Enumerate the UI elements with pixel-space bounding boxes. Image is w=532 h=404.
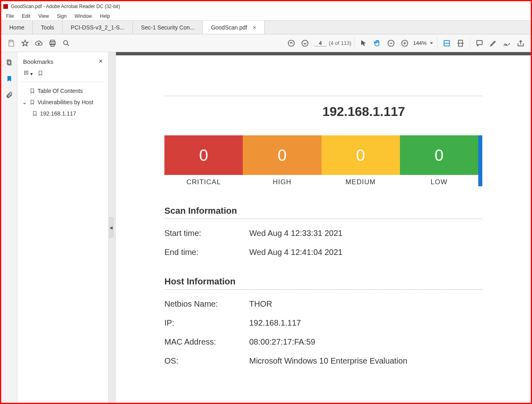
tab-tools[interactable]: Tools [33, 21, 63, 34]
end-time-value: Wed Aug 4 12:41:04 2021 [249, 248, 343, 257]
bookmark-toc-label: Table Of Contents [38, 88, 83, 94]
close-panel-icon[interactable]: × [99, 58, 103, 65]
severity-critical-label: CRITICAL [164, 178, 243, 186]
severity-chart: 0 0 0 0 [164, 135, 478, 175]
severity-low-label: LOW [400, 178, 478, 186]
menu-file[interactable]: File [2, 13, 18, 20]
save-icon[interactable] [4, 36, 18, 50]
svg-point-7 [302, 40, 308, 46]
severity-info-strip [478, 135, 482, 186]
bookmarks-icon[interactable] [4, 74, 14, 84]
bookmark-toc[interactable]: Table Of Contents [21, 85, 105, 97]
severity-labels: CRITICAL HIGH MEDIUM LOW [164, 178, 478, 186]
zoom-dropdown-icon[interactable] [428, 36, 435, 50]
os-value: Microsoft Windows 10 Enterprise Evaluati… [249, 356, 407, 366]
severity-medium-count: 0 [322, 135, 400, 175]
bookmark-host-ip[interactable]: 192.168.1.117 [21, 108, 105, 119]
content: Bookmarks × ▾ Table Of Contents ⌄ Vulner… [1, 52, 531, 403]
bookmark-vuln-label: Vulnerabilities by Host [38, 99, 93, 105]
menu-sign[interactable]: Sign [53, 13, 71, 20]
severity-critical-count: 0 [164, 135, 243, 175]
os-label: OS: [164, 356, 249, 366]
toolbar: (4 of 113) 144% [1, 34, 531, 52]
sign-icon[interactable] [500, 36, 514, 50]
tab-sec1[interactable]: Sec-1 Security Con... [133, 21, 203, 34]
cloud-upload-icon[interactable] [32, 36, 46, 50]
page-up-icon[interactable] [284, 36, 298, 50]
ip-value: 192.168.1.117 [249, 318, 301, 328]
severity-medium-label: MEDIUM [322, 178, 400, 186]
star-icon[interactable] [18, 36, 32, 50]
ip-label: IP: [164, 318, 249, 328]
close-tab-icon[interactable]: × [253, 24, 256, 31]
chevron-down-icon[interactable]: ⌄ [22, 99, 27, 105]
page-number-input[interactable] [314, 40, 326, 46]
zoom-level-label: 144% [413, 40, 427, 46]
svg-point-6 [288, 40, 294, 46]
menu-view[interactable]: View [34, 13, 53, 20]
attachments-icon[interactable] [4, 90, 14, 100]
window-title: GoodScan.pdf - Adobe Acrobat Reader DC (… [11, 4, 120, 9]
severity-high-count: 0 [243, 135, 321, 175]
tabbar: Home Tools PCI-DSS-v3_2_1-S... Sec-1 Sec… [1, 21, 531, 34]
svg-rect-1 [10, 40, 13, 42]
bookmark-item-icon [32, 110, 38, 117]
find-icon[interactable] [59, 36, 73, 50]
acrobat-icon [3, 4, 8, 9]
end-time-label: End time: [164, 248, 249, 257]
hand-pan-icon[interactable] [370, 36, 384, 50]
zoom-in-icon[interactable] [398, 36, 412, 50]
tab-pci[interactable]: PCI-DSS-v3_2_1-S... [63, 21, 133, 34]
severity-high-label: HIGH [243, 178, 321, 186]
page-down-icon[interactable] [298, 36, 312, 50]
netbios-value: THOR [249, 299, 272, 309]
new-bookmark-icon[interactable] [38, 70, 43, 78]
tab-goodscan[interactable]: GoodScan.pdf × [203, 21, 265, 34]
host-ip-title: 192.168.1.117 [245, 104, 482, 119]
mac-value: 08:00:27:17:FA:59 [249, 337, 315, 347]
print-icon[interactable] [46, 36, 59, 50]
menu-edit[interactable]: Edit [18, 13, 34, 20]
bookmarks-panel: Bookmarks × ▾ Table Of Contents ⌄ Vulner… [17, 52, 109, 403]
severity-low-count: 0 [400, 135, 478, 175]
menubar: File Edit View Sign Window Help [1, 12, 531, 21]
bookmark-vuln-by-host[interactable]: ⌄ Vulnerabilities by Host [21, 97, 105, 108]
thumbnails-icon[interactable] [4, 58, 14, 67]
scan-info-title: Scan Information [164, 206, 482, 219]
menu-window[interactable]: Window [71, 13, 96, 20]
share-icon[interactable] [514, 36, 528, 50]
pdf-page: 192.168.1.117 0 0 0 0 CRITICAL HIGH MEDI… [116, 52, 531, 403]
menu-help[interactable]: Help [96, 13, 114, 20]
host-info-title: Host Information [164, 276, 482, 290]
titlebar: GoodScan.pdf - Adobe Acrobat Reader DC (… [1, 1, 531, 12]
svg-point-5 [63, 40, 67, 44]
svg-rect-0 [3, 4, 8, 9]
comment-icon[interactable] [473, 36, 486, 50]
bookmark-options-icon[interactable]: ▾ [23, 70, 33, 78]
netbios-label: Netbios Name: [164, 299, 249, 309]
bookmarks-title: Bookmarks [23, 58, 53, 65]
document-area[interactable]: ◀ 192.168.1.117 0 0 0 0 CRITICAL [109, 52, 531, 403]
left-rail [1, 52, 17, 403]
bookmark-item-icon [29, 88, 35, 94]
zoom-out-icon[interactable] [384, 36, 398, 50]
fit-page-icon[interactable] [454, 36, 467, 50]
highlight-icon[interactable] [486, 36, 500, 50]
collapse-panel-icon[interactable]: ◀ [109, 217, 114, 238]
start-time-label: Start time: [164, 229, 249, 238]
fit-width-icon[interactable] [440, 36, 454, 50]
selection-arrow-icon[interactable] [357, 36, 370, 50]
tab-home[interactable]: Home [1, 21, 33, 34]
bookmark-item-icon [29, 99, 35, 105]
bookmark-host-label: 192.168.1.117 [40, 110, 76, 117]
mac-label: MAC Address: [164, 337, 249, 347]
start-time-value: Wed Aug 4 12:33:31 2021 [249, 229, 343, 238]
page-total-label: (4 of 113) [329, 40, 351, 46]
